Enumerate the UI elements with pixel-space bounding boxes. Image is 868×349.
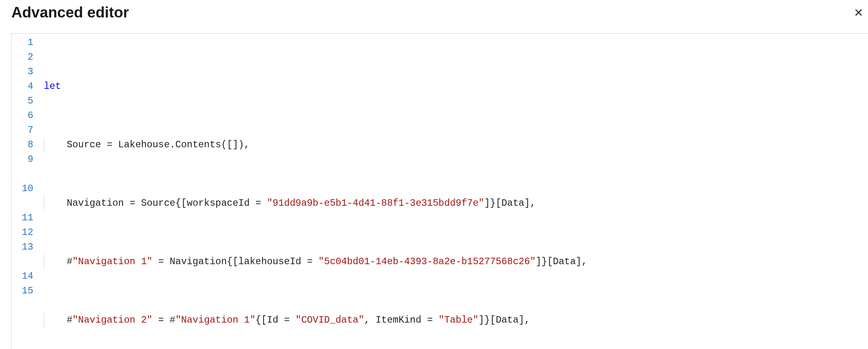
line-number: 13 <box>12 240 38 254</box>
code-editor[interactable]: 1 2 3 4 5 6 7 8 9 . 10 . 11 12 13 . 14 1… <box>11 33 868 349</box>
line-number: 15 <box>12 284 38 298</box>
code-line[interactable]: Source = Lakehouse.Contents([]), <box>38 138 868 152</box>
line-number: 11 <box>12 211 38 225</box>
line-number: 12 <box>12 225 38 240</box>
line-number: 8 <box>12 138 38 152</box>
code-line[interactable]: #"Navigation 1" = Navigation{[lakehouseI… <box>38 254 868 269</box>
line-number: 14 <box>12 269 38 284</box>
line-number: 9 <box>12 152 38 167</box>
line-number: 7 <box>12 123 38 138</box>
line-number: 1 <box>12 35 38 50</box>
line-number: 10 <box>12 181 38 196</box>
line-number: 6 <box>12 108 38 123</box>
code-line[interactable]: Navigation = Source{[workspaceId = "91dd… <box>38 196 868 211</box>
code-line[interactable]: let <box>38 79 868 94</box>
line-number: 2 <box>12 50 38 65</box>
line-number: 5 <box>12 94 38 108</box>
code-area[interactable]: let Source = Lakehouse.Contents([]), Nav… <box>38 34 868 349</box>
header-bar: Advanced editor ✕ <box>0 0 868 32</box>
line-number: 4 <box>12 79 38 94</box>
line-number-gutter: 1 2 3 4 5 6 7 8 9 . 10 . 11 12 13 . 14 1… <box>12 34 38 349</box>
line-number: 3 <box>12 65 38 79</box>
page-title: Advanced editor <box>11 4 129 21</box>
code-line[interactable]: #"Navigation 2" = #"Navigation 1"{[Id = … <box>38 313 868 327</box>
close-icon[interactable]: ✕ <box>854 6 864 19</box>
